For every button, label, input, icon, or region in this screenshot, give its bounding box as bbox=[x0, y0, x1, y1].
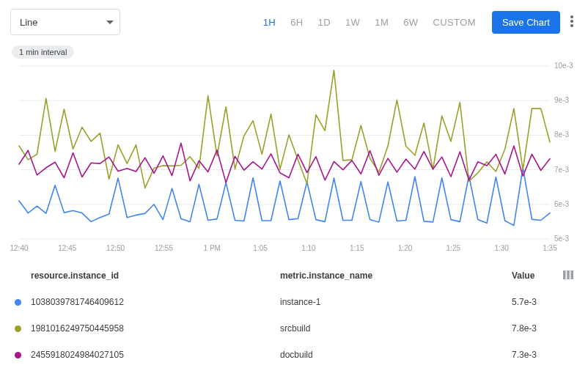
legend-header-value: Value bbox=[512, 271, 563, 281]
series-swatch bbox=[15, 325, 21, 332]
svg-text:12:50: 12:50 bbox=[106, 244, 125, 252]
legend-header-instance-id: resource.instance_id bbox=[31, 271, 280, 281]
legend-value: 7.8e-3 bbox=[512, 323, 563, 334]
dropdown-icon bbox=[106, 21, 114, 24]
time-range-6h[interactable]: 6H bbox=[283, 12, 310, 32]
svg-text:12:55: 12:55 bbox=[155, 244, 173, 252]
svg-text:1:05: 1:05 bbox=[253, 244, 268, 252]
svg-text:1:35: 1:35 bbox=[543, 244, 557, 252]
svg-text:12:45: 12:45 bbox=[58, 244, 76, 252]
line-chart: 5e-36e-37e-38e-39e-310e-312:4012:4512:50… bbox=[10, 62, 578, 260]
svg-text:7e-3: 7e-3 bbox=[554, 166, 569, 174]
series-line bbox=[19, 70, 550, 188]
series-line bbox=[19, 143, 550, 183]
series-swatch bbox=[15, 352, 21, 358]
svg-text:10e-3: 10e-3 bbox=[554, 62, 573, 70]
svg-text:1:10: 1:10 bbox=[301, 244, 316, 252]
legend-value: 7.3e-3 bbox=[512, 350, 563, 360]
legend-row[interactable]: 1981016249750445958srcbuild7.8e-3 bbox=[10, 315, 578, 342]
svg-text:1:20: 1:20 bbox=[398, 244, 413, 252]
more-vert-icon bbox=[570, 15, 573, 27]
svg-text:5e-3: 5e-3 bbox=[554, 235, 569, 243]
svg-text:8e-3: 8e-3 bbox=[554, 130, 569, 139]
svg-text:9e-3: 9e-3 bbox=[554, 96, 569, 104]
time-range-group: 1H6H1D1W1M6WCUSTOM bbox=[256, 12, 483, 32]
legend-instance-id: 1981016249750445958 bbox=[31, 323, 280, 334]
svg-text:1 PM: 1 PM bbox=[204, 244, 221, 252]
legend-header-instance-name: metric.instance_name bbox=[280, 271, 512, 281]
toolbar: Line 1H6H1D1W1M6WCUSTOM Save Chart bbox=[10, 6, 578, 38]
svg-text:1:30: 1:30 bbox=[494, 244, 509, 252]
legend-instance-name: instance-1 bbox=[280, 297, 512, 307]
svg-text:6e-3: 6e-3 bbox=[554, 200, 569, 208]
legend-row[interactable]: 2455918024984027105docbuild7.3e-3 bbox=[10, 342, 578, 368]
legend-instance-name: docbuild bbox=[280, 350, 512, 360]
save-chart-button[interactable]: Save Chart bbox=[492, 11, 560, 34]
time-range-1h[interactable]: 1H bbox=[256, 12, 283, 32]
svg-text:12:40: 12:40 bbox=[10, 244, 29, 252]
time-range-6w[interactable]: 6W bbox=[396, 12, 425, 32]
svg-rect-29 bbox=[571, 271, 574, 279]
svg-text:1:25: 1:25 bbox=[446, 244, 461, 252]
chart-area: 5e-36e-37e-38e-39e-310e-312:4012:4512:50… bbox=[10, 62, 578, 260]
more-options-button[interactable] bbox=[566, 11, 578, 34]
legend-header: resource.instance_id metric.instance_nam… bbox=[10, 262, 578, 289]
svg-point-1 bbox=[570, 20, 573, 23]
legend-instance-id: 2455918024984027105 bbox=[31, 350, 280, 360]
legend-value: 5.7e-3 bbox=[512, 297, 563, 307]
time-range-custom[interactable]: CUSTOM bbox=[425, 12, 483, 32]
legend-instance-name: srcbuild bbox=[280, 323, 512, 334]
interval-chip[interactable]: 1 min interval bbox=[12, 45, 74, 59]
svg-rect-28 bbox=[567, 271, 570, 279]
svg-text:1:15: 1:15 bbox=[350, 244, 364, 252]
legend-row[interactable]: 1038039781746409612instance-15.7e-3 bbox=[10, 289, 578, 315]
time-range-1d[interactable]: 1D bbox=[311, 12, 338, 32]
svg-point-0 bbox=[570, 15, 573, 18]
dashboard-chart-panel: Line 1H6H1D1W1M6WCUSTOM Save Chart 1 min… bbox=[0, 0, 588, 379]
svg-point-2 bbox=[570, 24, 573, 27]
columns-icon[interactable] bbox=[563, 271, 578, 282]
chart-type-label: Line bbox=[20, 17, 38, 28]
legend-instance-id: 1038039781746409612 bbox=[31, 297, 280, 307]
svg-rect-27 bbox=[563, 271, 566, 279]
chart-type-select[interactable]: Line bbox=[10, 9, 120, 35]
series-swatch bbox=[15, 299, 21, 306]
legend-table: resource.instance_id metric.instance_nam… bbox=[10, 262, 578, 368]
time-range-1w[interactable]: 1W bbox=[338, 12, 367, 32]
time-range-1m[interactable]: 1M bbox=[367, 12, 396, 32]
